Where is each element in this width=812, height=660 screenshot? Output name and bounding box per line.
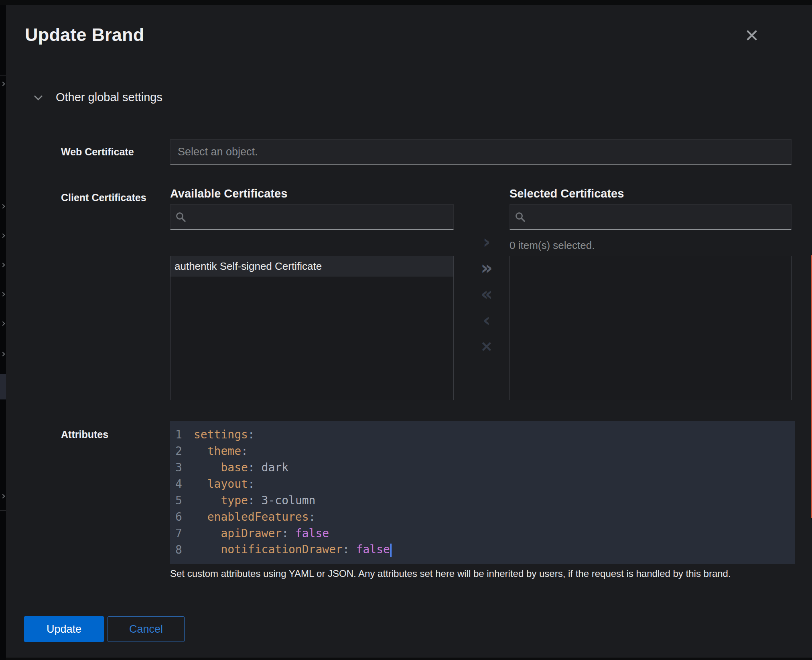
search-icon: [175, 212, 187, 223]
remove-selected-button[interactable]: ‹: [477, 310, 496, 330]
line-number: 6: [175, 510, 184, 524]
sidebar-divider: [0, 510, 6, 511]
sidebar-chevron-icon: [0, 292, 5, 296]
sidebar-chevron-icon: [0, 263, 5, 267]
sidebar-chevron-icon: [0, 204, 5, 208]
cancel-button[interactable]: Cancel: [108, 616, 185, 642]
add-all-button[interactable]: »: [477, 258, 496, 277]
angle-left-icon: ‹: [483, 311, 491, 329]
sidebar-chevron-icon: [0, 81, 5, 86]
close-button[interactable]: [742, 26, 761, 45]
sidebar-active-item-indicator: [0, 374, 6, 399]
attributes-editor[interactable]: 1settings:2 theme:3 base: dark4 layout:5…: [170, 421, 795, 564]
available-certificates-listbox[interactable]: authentik Self-signed Certificate: [170, 256, 454, 400]
available-certificates-search[interactable]: [170, 204, 454, 230]
line-number: 4: [175, 477, 184, 491]
sidebar-chevron-icon: [0, 352, 5, 356]
angle-double-right-icon: »: [481, 259, 493, 277]
line-number: 2: [175, 444, 184, 458]
selected-certificates-search[interactable]: [510, 204, 792, 230]
attributes-label: Attributes: [61, 429, 108, 440]
section-toggle-label: Other global settings: [56, 91, 162, 104]
line-number: 1: [175, 428, 184, 441]
line-number: 8: [175, 543, 184, 556]
available-certificates-search-input[interactable]: [191, 211, 449, 223]
attributes-help-text: Set custom attributes using YAML or JSON…: [170, 568, 731, 579]
section-toggle-other-global-settings[interactable]: Other global settings: [35, 91, 162, 104]
sidebar-chevron-icon: [0, 494, 5, 498]
collapsed-sidebar[interactable]: [0, 5, 6, 660]
selected-certificates-listbox[interactable]: [510, 256, 792, 400]
add-selected-button[interactable]: ›: [477, 232, 496, 251]
sidebar-chevron-icon: [0, 233, 5, 238]
sidebar-divider: [0, 492, 6, 492]
selected-certificates-heading: Selected Certificates: [510, 187, 624, 200]
text-cursor: [390, 544, 392, 557]
certificate-option[interactable]: authentik Self-signed Certificate: [171, 256, 453, 277]
screen: Update Brand Other global settings Web C…: [0, 0, 812, 660]
x-icon: ×: [480, 338, 493, 354]
chevron-down-icon: [34, 92, 43, 100]
update-brand-modal: Update Brand Other global settings Web C…: [6, 5, 812, 658]
update-button[interactable]: Update: [24, 616, 104, 642]
sidebar-chevron-icon: [0, 321, 5, 326]
client-certificates-label: Client Certificates: [61, 192, 146, 204]
search-icon: [515, 212, 526, 223]
angle-right-icon: ›: [483, 232, 491, 251]
close-icon: [746, 30, 757, 42]
web-certificate-label: Web Certificate: [61, 146, 134, 158]
attributes-code: 1settings:2 theme:3 base: dark4 layout:5…: [175, 426, 795, 558]
available-certificates-heading: Available Certificates: [170, 187, 287, 200]
selected-certificates-search-input[interactable]: [530, 211, 786, 223]
sidebar-divider: [0, 75, 6, 76]
angle-double-left-icon: «: [481, 285, 493, 303]
transfer-controls: ›»«‹×: [472, 232, 501, 356]
line-number: 5: [175, 494, 184, 507]
line-number: 7: [175, 527, 184, 540]
remove-all-button[interactable]: «: [477, 284, 496, 304]
selected-count-status: 0 item(s) selected.: [510, 239, 595, 252]
line-number: 3: [175, 461, 184, 474]
modal-title: Update Brand: [25, 24, 144, 45]
web-certificate-input[interactable]: [170, 139, 792, 165]
clear-selection-button[interactable]: ×: [477, 336, 496, 356]
